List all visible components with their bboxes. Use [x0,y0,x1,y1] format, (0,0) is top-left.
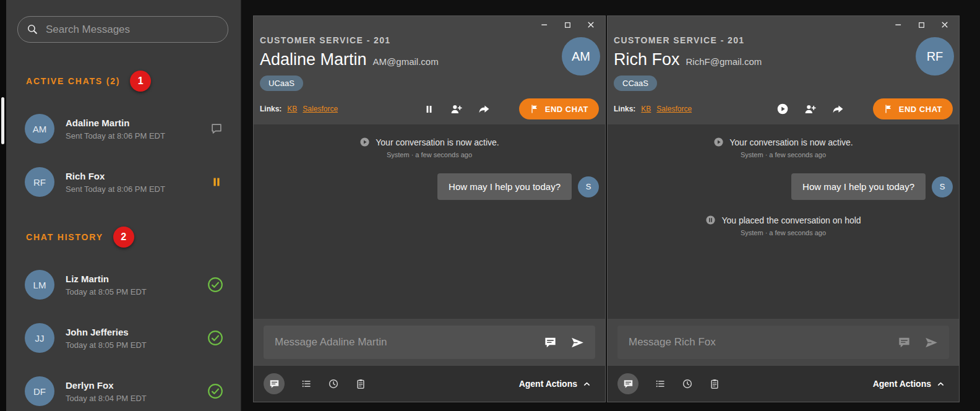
agent-actions-button[interactable]: Agent Actions [869,378,949,389]
search-input[interactable] [45,23,219,37]
hold-button[interactable] [423,103,435,115]
active-chats-badge: 1 [130,71,151,92]
contact-name: John Jefferies [66,327,147,337]
system-message: Your conversation is now active. System … [608,137,959,158]
quick-reply-icon [543,335,557,350]
notes-button[interactable] [355,378,366,389]
transfer-button[interactable] [478,103,491,116]
window-maximize-button[interactable] [564,21,572,29]
send-button[interactable] [924,335,939,350]
quick-reply-button[interactable] [543,335,557,350]
window-minimize-button[interactable] [540,20,549,29]
contact-name: Rich Fox [614,50,680,69]
history-item-liz[interactable]: LM Liz Martin Today at 8:05 PM EDT [6,267,241,302]
window-maximize-button[interactable] [918,21,926,29]
notes-button[interactable] [709,378,720,389]
active-chats-section-header: ACTIVE CHATS (2) 1 [26,70,241,92]
window-close-button[interactable] [587,20,595,29]
search-box[interactable] [17,16,228,43]
product-tag: UCaaS [260,76,303,91]
chat-tab-button[interactable] [264,373,285,394]
salesforce-link[interactable]: Salesforce [656,105,692,113]
contact-time: Sent Today at 8:06 PM EDT [66,131,165,141]
agent-avatar: S [578,176,599,197]
conversation-active-icon [359,137,370,147]
quick-reply-icon [897,335,911,350]
message-input-bar [254,319,605,366]
history-item-derlyn[interactable]: DF Derlyn Fox Today at 8:04 PM EDT [6,374,241,409]
message-box[interactable] [264,326,595,359]
history-item-john[interactable]: JJ John Jefferies Today at 8:05 PM EDT [6,321,241,355]
pause-icon [423,103,435,115]
play-circle-icon [776,103,789,115]
caret-up-icon [582,379,591,389]
agent-actions-label: Agent Actions [519,379,577,389]
system-message-meta: System · a few seconds ago [741,151,826,158]
message-input[interactable] [627,335,897,349]
contact-name: Derlyn Fox [66,380,147,391]
list-icon [655,378,666,389]
contact-avatar: RF [916,37,954,76]
details-list-button[interactable] [301,378,312,389]
agent-message-row: How may I help you today? S [608,173,959,200]
send-button[interactable] [570,335,585,350]
person-add-icon [804,103,817,116]
add-participant-button[interactable] [450,103,463,116]
history-button[interactable] [328,378,339,389]
clipboard-icon [355,378,366,389]
chat-history-heading: CHAT HISTORY [26,232,103,242]
message-status-icon [210,122,223,136]
contact-name: Adaline Martin [260,50,367,69]
quick-reply-button[interactable] [897,335,911,350]
completed-check-icon [207,277,223,293]
agent-actions-label: Agent Actions [873,379,931,389]
send-icon [924,335,939,350]
kb-link[interactable]: KB [287,105,297,113]
system-message-meta: System · a few seconds ago [387,151,472,158]
end-chat-button[interactable]: END CHAT [873,98,953,119]
scrollbar-thumb[interactable] [1,97,4,144]
contact-time: Sent Today at 8:06 PM EDT [66,184,165,194]
window-titlebar [608,16,959,33]
contact-email: AM@gmail.com [373,56,439,67]
clipboard-icon [709,378,720,389]
window-minimize-button[interactable] [894,20,903,29]
avatar: DF [25,376,54,406]
resume-button[interactable] [776,103,789,115]
chat-window-rich: CUSTOMER SERVICE - 201 Rich Fox RichF@gm… [607,15,960,402]
contact-avatar: AM [562,37,600,76]
message-box[interactable] [617,326,949,359]
chat-list-item-rich[interactable]: RF Rich Fox Sent Today at 8:06 PM EDT [6,165,241,199]
salesforce-link[interactable]: Salesforce [303,105,338,113]
chat-list-item-adaline[interactable]: AM Adaline Martin Sent Today at 8:06 PM … [6,111,241,146]
history-button[interactable] [682,378,693,389]
message-input[interactable] [273,335,543,349]
transfer-button[interactable] [832,103,845,116]
search-icon [27,24,38,35]
avatar: JJ [25,323,54,353]
end-chat-label: END CHAT [899,105,942,114]
history-clock-icon [682,378,693,389]
kb-link[interactable]: KB [641,105,651,113]
agent-actions-button[interactable]: Agent Actions [515,378,595,389]
end-chat-button[interactable]: END CHAT [519,98,599,119]
details-list-button[interactable] [655,378,666,389]
completed-check-icon [207,330,223,346]
agent-actions-bar: Agent Actions [608,366,959,402]
avatar: AM [25,114,54,144]
window-close-button[interactable] [940,20,949,29]
chat-tab-button[interactable] [617,373,638,394]
send-icon [570,335,585,350]
add-participant-button[interactable] [804,103,817,116]
contact-name: Liz Martin [66,274,147,284]
avatar: RF [25,167,54,197]
links-label: Links: [614,105,635,113]
left-scroll-rail[interactable] [0,0,6,411]
caret-up-icon [936,379,945,389]
links-label: Links: [260,105,282,113]
agent-actions-bar: Agent Actions [254,366,605,402]
system-message: Your conversation is now active. System … [254,137,605,158]
contact-time: Today at 8:04 PM EDT [66,394,147,403]
hold-notice-meta: System · a few seconds ago [741,229,826,236]
chat-window-adaline: CUSTOMER SERVICE - 201 Adaline Martin AM… [253,15,606,402]
